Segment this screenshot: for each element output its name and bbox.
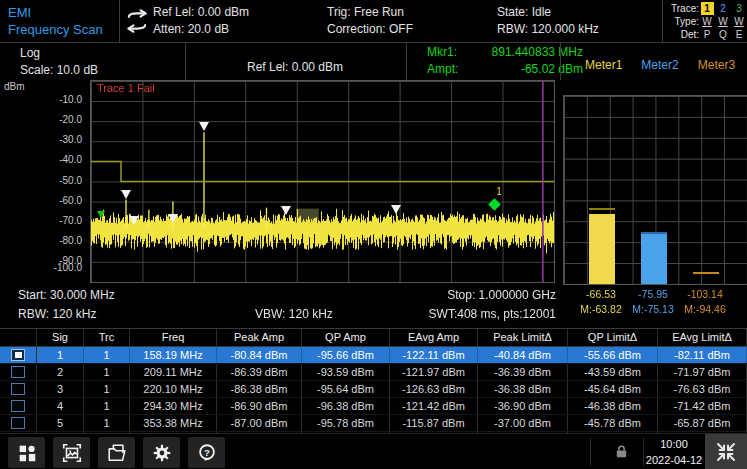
- meter1-max: M:-63.82: [571, 303, 631, 315]
- divider: [185, 43, 186, 80]
- tab-meter1[interactable]: Meter1: [585, 58, 622, 72]
- table-row[interactable]: 11158.19 MHz-80.84 dBm-95.66 dBm-122.11 …: [0, 347, 747, 364]
- trig-correction-readout: Trig: Free Run Correction: OFF: [327, 4, 413, 38]
- row-checkbox[interactable]: [11, 417, 25, 429]
- peak-marker-icon[interactable]: [281, 206, 291, 215]
- meter2-value: -75.95: [623, 288, 683, 300]
- table-cell: -36.39 dBm: [478, 364, 568, 380]
- app-title: EMI Frequency Scan: [8, 4, 103, 38]
- table-cell: -121.97 dBm: [390, 364, 478, 380]
- table-column-header: Freq: [130, 329, 217, 346]
- meter1-value: -66.53: [571, 288, 631, 300]
- row-checkbox[interactable]: [11, 400, 25, 412]
- spectrum-plot[interactable]: 1: [90, 80, 555, 283]
- table-cell: -55.66 dBm: [568, 347, 658, 363]
- app-scan-label: Frequency Scan: [8, 21, 103, 38]
- tab-meter2[interactable]: Meter2: [641, 58, 678, 72]
- table-cell: -40.84 dBm: [478, 347, 568, 363]
- help-button[interactable]: ?: [188, 437, 225, 468]
- table-cell: 1: [37, 347, 84, 363]
- meter3-max: M:-94.46: [675, 303, 735, 315]
- divider: [590, 438, 591, 466]
- marker1-ampt-label: Ampt:: [427, 61, 458, 78]
- table-column-header: EAvg LimitΔ: [658, 329, 747, 346]
- table-cell: 158.19 MHz: [130, 347, 217, 363]
- peak-marker-icon[interactable]: [129, 216, 139, 225]
- row-checkbox[interactable]: [11, 366, 25, 378]
- continuous-sweep-icon[interactable]: [123, 7, 151, 35]
- table-cell: -126.63 dBm: [390, 381, 478, 397]
- collapse-fullscreen-button[interactable]: [705, 434, 747, 469]
- row-checkbox[interactable]: [11, 349, 25, 361]
- peak-marker-icon[interactable]: [199, 122, 209, 131]
- meter3-value: -103.14: [675, 288, 735, 300]
- peak-marker-icon[interactable]: [121, 190, 131, 199]
- meter2-max: M:-75.13: [623, 303, 683, 315]
- table-cell: 353.38 MHz: [130, 415, 217, 431]
- table-row[interactable]: 31220.10 MHz-86.38 dBm-95.64 dBm-126.63 …: [0, 381, 747, 398]
- trace-1-column[interactable]: 1 W P: [699, 2, 715, 42]
- y-axis-tick: -30.0: [59, 134, 82, 145]
- top-status-bar: EMI Frequency Scan Ref Lel: 0.00 dBm Att…: [0, 0, 747, 43]
- table-cell: 1: [84, 415, 130, 431]
- lock-icon: [614, 444, 629, 463]
- divider: [406, 43, 407, 80]
- table-cell: 1: [84, 347, 130, 363]
- meter-maxhold-line: [641, 232, 667, 234]
- table-row[interactable]: 41294.30 MHz-86.90 dBm-96.38 dBm-121.42 …: [0, 398, 747, 415]
- table-cell: -71.97 dBm: [658, 364, 747, 380]
- peak-marker-icon[interactable]: [391, 205, 401, 214]
- marker1-amplitude: -65.02 dBm: [521, 61, 583, 78]
- marker-layer: 1: [91, 81, 554, 282]
- y-axis-tick: -60.0: [59, 195, 82, 206]
- table-cell: -115.87 dBm: [390, 415, 478, 431]
- select-all-cell: [0, 329, 37, 346]
- emi-analyzer-screen: EMI Frequency Scan Ref Lel: 0.00 dBm Att…: [0, 0, 747, 469]
- ref-level-field: Ref Lel: 0.00 dBm: [153, 4, 249, 21]
- y-axis-tick: -50.0: [59, 175, 82, 186]
- marker1-number-label: 1: [496, 186, 502, 197]
- green-peak-marker-icon[interactable]: [97, 211, 105, 218]
- trace-legend-labels: Trace: Type: Det:: [663, 2, 699, 42]
- signal-table-body: 11158.19 MHz-80.84 dBm-95.66 dBm-122.11 …: [0, 347, 747, 433]
- divider: [560, 43, 561, 80]
- ref-level-center-label: Ref Lel: 0.00 dBm: [210, 60, 380, 74]
- y-axis-tick: -20.0: [59, 114, 82, 125]
- screenshot-button[interactable]: [53, 437, 90, 468]
- divider: [643, 438, 644, 466]
- table-cell: -96.38 dBm: [302, 398, 390, 414]
- table-cell: -80.84 dBm: [217, 347, 302, 363]
- peak-marker-icon[interactable]: [168, 214, 178, 223]
- table-row[interactable]: 21209.11 MHz-86.39 dBm-93.59 dBm-121.97 …: [0, 364, 747, 381]
- save-file-button[interactable]: [98, 437, 135, 468]
- menu-blocks-button[interactable]: [8, 437, 45, 468]
- table-row[interactable]: 51353.38 MHz-87.00 dBm-95.78 dBm-115.87 …: [0, 415, 747, 432]
- table-column-header: Sig: [37, 329, 84, 346]
- y-axis-tick: -40.0: [59, 154, 82, 165]
- settings-bar: Log Scale: 10.0 dB Ref Lel: 0.00 dBm Mkr…: [0, 43, 747, 80]
- trace-row-label: Trace:: [663, 2, 699, 15]
- table-cell: 1: [84, 364, 130, 380]
- tab-meter3[interactable]: Meter3: [698, 58, 735, 72]
- signal-table: SigTrcFreqPeak AmpQP AmpEAvg AmpPeak Lim…: [0, 328, 747, 433]
- clock-display: 10:00 2022-04-12: [645, 436, 703, 468]
- table-cell: -46.38 dBm: [568, 398, 658, 414]
- row-checkbox[interactable]: [11, 383, 25, 395]
- trace-legend: Trace: Type: Det: 1 W P 2 W Q 3 W E: [662, 0, 747, 42]
- table-cell: -36.38 dBm: [478, 381, 568, 397]
- table-cell: -86.38 dBm: [217, 381, 302, 397]
- table-column-header: Trc: [84, 329, 130, 346]
- scale-type-label: Log: [20, 45, 98, 62]
- trace-2-column[interactable]: 2 W Q: [715, 2, 731, 42]
- trace-3-column[interactable]: 3 W E: [731, 2, 747, 42]
- marker1-diamond-icon[interactable]: [488, 198, 501, 211]
- table-column-header: EAvg Amp: [390, 329, 478, 346]
- sweep-time-label: SWT:408 ms, pts:12001: [330, 307, 556, 321]
- stop-frequency-label: Stop: 1.000000 GHz: [380, 288, 556, 302]
- table-cell: -121.42 dBm: [390, 398, 478, 414]
- settings-gear-button[interactable]: [143, 437, 180, 468]
- table-cell: -95.64 dBm: [302, 381, 390, 397]
- table-cell: -82.11 dBm: [658, 347, 747, 363]
- app-mode-label: EMI: [8, 4, 103, 21]
- table-cell: -76.63 dBm: [658, 381, 747, 397]
